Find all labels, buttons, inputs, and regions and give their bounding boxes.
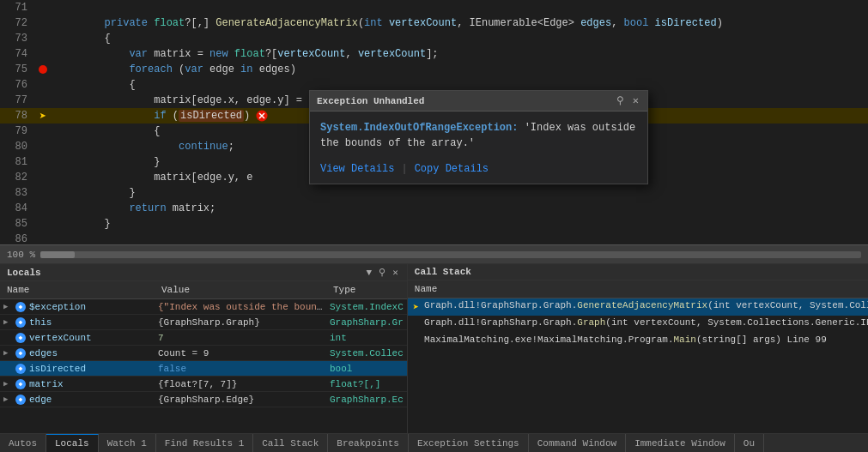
var-icon: ◆ xyxy=(15,348,26,359)
expand-icon[interactable]: ▶ xyxy=(3,395,12,404)
locals-row-isdirected[interactable]: ▶ ◆ isDirected false bool xyxy=(0,361,407,377)
exception-header-actions: ⚲ ✕ xyxy=(615,94,640,107)
locals-row-matrix[interactable]: ▶ ◆ matrix {float?[7, 7]} float?[,] xyxy=(0,377,407,392)
var-label: matrix xyxy=(29,379,64,389)
tab-immediate-window[interactable]: Immediate Window xyxy=(626,434,735,452)
locals-type-edges: System.Collec xyxy=(326,347,407,359)
expand-icon[interactable]: ▶ xyxy=(3,379,12,389)
callstack-panel: Call Stack Name ➤ Graph.dll!GraphSharp.G… xyxy=(408,264,868,433)
col-type: Type xyxy=(326,283,398,297)
scrollbar-placeholder xyxy=(398,283,407,297)
locals-dropdown-btn[interactable]: ▼ xyxy=(365,268,374,278)
locals-row-edges[interactable]: ▶ ◆ edges Count = 9 System.Collec xyxy=(0,346,407,361)
tab-exception-settings[interactable]: Exception Settings xyxy=(409,434,529,452)
locals-type-vertexcount: int xyxy=(326,332,407,344)
panels-row: Locals ▼ ⚲ ✕ Name Value Type ▶ xyxy=(0,264,868,433)
locals-row-edge[interactable]: ▶ ◆ edge {GraphSharp.Edge} GraphSharp.Ec xyxy=(0,392,407,407)
locals-type-this: GraphSharp.Gr xyxy=(326,316,407,328)
tab-callstack[interactable]: Call Stack xyxy=(253,434,328,452)
code-line-73: 73 { xyxy=(0,31,868,46)
callstack-table-header: Name xyxy=(408,280,868,298)
locals-row-this[interactable]: ▶ ◆ this {GraphSharp.Graph} GraphSharp.G… xyxy=(0,315,407,330)
tab-breakpoints[interactable]: Breakpoints xyxy=(328,434,409,452)
type-text: GraphSharp.Gr xyxy=(330,317,404,328)
expand-icon[interactable]: ▶ xyxy=(3,317,12,327)
expand-icon[interactable]: ▶ xyxy=(3,348,12,358)
line-number-74: 74 xyxy=(0,48,34,60)
var-label: edges xyxy=(29,348,58,359)
locals-name-this: ▶ ◆ this xyxy=(0,316,155,328)
callstack-panel-title: Call Stack xyxy=(415,267,471,277)
locals-type-matrix: float?[,] xyxy=(326,378,407,390)
copy-details-link[interactable]: Copy Details xyxy=(415,163,489,175)
frame-text-2: Graph.dll!GraphSharp.Graph.Graph(int ver… xyxy=(424,317,868,328)
line-number-73: 73 xyxy=(0,33,34,45)
locals-value-this: {GraphSharp.Graph} xyxy=(155,316,326,328)
line-number-81: 81 xyxy=(0,156,34,168)
horizontal-scrollbar[interactable] xyxy=(40,251,861,258)
tab-autos[interactable]: Autos xyxy=(0,434,46,452)
var-icon: ◆ xyxy=(15,302,26,312)
value-text: {float?[7, 7]} xyxy=(158,379,237,389)
code-lines: 71 72 private float?[,] GenerateAdjacenc… xyxy=(0,0,868,244)
callstack-col-name: Name xyxy=(408,282,444,296)
locals-value-edges: Count = 9 xyxy=(155,347,326,359)
code-line-85: 85 } xyxy=(0,216,868,232)
code-line-71: 71 xyxy=(0,0,868,15)
code-content-82: matrix[edge.y, e xyxy=(52,172,252,184)
line-number-78: 78 xyxy=(0,110,34,122)
value-text: {GraphSharp.Graph} xyxy=(158,317,260,328)
tab-output[interactable]: Ou xyxy=(735,434,764,452)
tab-command-window[interactable]: Command Window xyxy=(529,434,626,452)
line-number-72: 72 xyxy=(0,17,34,29)
value-text: false xyxy=(158,364,186,374)
line-number-71: 71 xyxy=(0,2,34,14)
exception-body: System.IndexOutOfRangeException: 'Index … xyxy=(310,111,647,184)
type-text: GraphSharp.Ec xyxy=(330,395,404,405)
scroll-thumb[interactable] xyxy=(40,251,75,258)
locals-type-exception: System.IndexC xyxy=(326,301,407,313)
code-line-72: 72 private float?[,] GenerateAdjacencyMa… xyxy=(0,15,868,31)
var-label: this xyxy=(29,317,52,328)
locals-row-vertexcount[interactable]: ▶ ◆ vertexCount 7 int xyxy=(0,330,407,346)
value-text: Count = 9 xyxy=(158,348,209,359)
view-details-link[interactable]: View Details xyxy=(320,163,394,175)
expand-icon[interactable]: ▶ xyxy=(3,302,12,311)
col-name: Name xyxy=(0,283,155,297)
locals-value-isdirected: false xyxy=(155,363,326,375)
code-editor: 71 72 private float?[,] GenerateAdjacenc… xyxy=(0,0,868,263)
value-text: {"Index was outside the bounds of the ar… xyxy=(158,302,326,312)
locals-value-edge: {GraphSharp.Edge} xyxy=(155,394,326,406)
exception-message: System.IndexOutOfRangeException: 'Index … xyxy=(320,120,637,151)
callstack-frame-3[interactable]: ➤ MaximalMatching.exe!MaximalMatching.Pr… xyxy=(408,333,868,350)
bottom-panels: Locals ▼ ⚲ ✕ Name Value Type ▶ xyxy=(0,263,868,452)
callstack-frame-2[interactable]: ➤ Graph.dll!GraphSharp.Graph.Graph(int v… xyxy=(408,316,868,333)
line-number-75: 75 xyxy=(0,63,34,75)
callstack-frame-1[interactable]: ➤ Graph.dll!GraphSharp.Graph.GenerateAdj… xyxy=(408,298,868,316)
breakpoint-dot-75 xyxy=(39,65,47,74)
var-icon: ◆ xyxy=(15,364,26,374)
locals-pin-btn[interactable]: ⚲ xyxy=(377,267,387,278)
var-label: edge xyxy=(29,395,52,405)
type-text: bool xyxy=(330,364,352,374)
locals-close-btn[interactable]: ✕ xyxy=(391,267,400,278)
tab-locals[interactable]: Locals xyxy=(46,434,99,452)
code-content-74: var matrix = new float?[vertexCount, ver… xyxy=(52,48,439,60)
locals-name-edges: ▶ ◆ edges xyxy=(0,347,155,359)
locals-name-isdirected: ▶ ◆ isDirected xyxy=(0,363,155,375)
var-icon: ◆ xyxy=(15,333,26,343)
line-number-83: 83 xyxy=(0,187,34,199)
code-content-73: { xyxy=(52,33,111,45)
locals-row-exception[interactable]: ▶ ◆ $exception {"Index was outside the b… xyxy=(0,299,407,315)
exception-type: System.IndexOutOfRangeException: xyxy=(320,122,518,134)
tab-watch1[interactable]: Watch 1 xyxy=(99,434,156,452)
line-number-84: 84 xyxy=(0,202,34,214)
tab-find-results[interactable]: Find Results 1 xyxy=(156,434,253,452)
zoom-bar: 100 % xyxy=(0,244,868,263)
pin-button[interactable]: ⚲ xyxy=(615,94,626,107)
code-content-85: } xyxy=(52,218,111,230)
col-value: Value xyxy=(155,283,326,297)
close-button[interactable]: ✕ xyxy=(631,94,640,107)
code-content-83: } xyxy=(52,187,136,199)
line-number-82: 82 xyxy=(0,172,34,184)
